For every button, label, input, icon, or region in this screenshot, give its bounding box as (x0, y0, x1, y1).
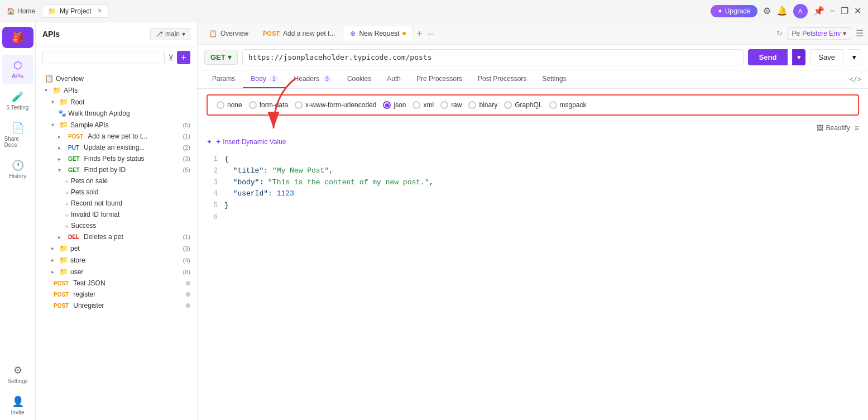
sidebar-item-testing[interactable]: 🧪 5 Testing (2, 86, 33, 115)
radio-form-data[interactable]: form-data (249, 101, 288, 109)
content-area: 📋 Overview POST Add a new pet t... ⊕ New… (198, 22, 868, 420)
store-group-count: (4) (183, 257, 190, 264)
tree-post-add-pet[interactable]: ▸ POST Add a new pet to t... (1) (36, 131, 197, 142)
insert-dynamic-button[interactable]: ✦ ✦ Insert Dynamic Value (198, 135, 868, 149)
tree-overview[interactable]: 📋 Overview (36, 73, 197, 84)
tab-overview[interactable]: 📋 Overview (202, 26, 255, 41)
radio-json-label: json (394, 101, 406, 109)
code-text-2: "title": "My New Post", (224, 165, 859, 177)
code-toggle-button[interactable]: </> (849, 75, 861, 83)
tree-user-group[interactable]: ▸ 📁 user (8) (36, 266, 197, 278)
refresh-icon[interactable]: ↻ (776, 29, 783, 37)
tree-pet-group[interactable]: ▸ 📁 pet (3) (36, 242, 197, 254)
tab-cookies[interactable]: Cookies (339, 70, 379, 88)
tree-get-finds-pets[interactable]: ▸ GET Finds Pets by status (3) (36, 153, 197, 164)
add-tab-icon[interactable]: + (414, 28, 424, 39)
tree-del-pet[interactable]: ▸ DEL Deletes a pet (1) (36, 231, 197, 242)
sidebar-item-share-docs[interactable]: 📄 Share Docs (2, 117, 33, 152)
tab-headers[interactable]: Headers 9 (286, 70, 339, 88)
radio-xml-label: xml (423, 101, 434, 109)
filter-icon[interactable]: ⊻ (168, 53, 174, 62)
radio-raw[interactable]: raw (440, 101, 462, 109)
branch-selector[interactable]: ⎇ main ▾ (150, 28, 190, 40)
beautify-label: Beautify (826, 124, 850, 132)
radio-urlencoded[interactable]: x-www-form-urlencoded (295, 101, 376, 109)
get-byid-badge: GET (66, 166, 82, 174)
radio-json[interactable]: json (383, 101, 406, 109)
tree-get-find-by-id[interactable]: ▾ GET Find pet by ID (5) (36, 164, 197, 175)
tree-pets-on-sale[interactable]: ⬦ Pets on sale (36, 175, 197, 187)
code-editor[interactable]: 1 { 2 "title": "My New Post", 3 "body": … (198, 149, 868, 228)
minimize-icon[interactable]: − (830, 6, 835, 16)
radio-graphql[interactable]: GraphQL (504, 101, 542, 109)
send-button[interactable]: Send (748, 49, 788, 65)
tab-pre-processors[interactable]: Pre Processors (409, 70, 470, 88)
tree-post-register[interactable]: POST register (36, 289, 197, 300)
settings-icon[interactable]: ⚙ (763, 6, 771, 16)
del-chevron-icon: ▸ (58, 234, 64, 240)
tab-settings[interactable]: Settings (534, 70, 574, 88)
branch-label: main (165, 30, 180, 38)
close-tab-icon[interactable]: ✕ (97, 7, 102, 15)
save-dropdown-button[interactable]: ▾ (848, 49, 861, 65)
tree-apis[interactable]: ▾ 📁 APIs (36, 84, 197, 96)
body-badge: 1 (270, 75, 279, 83)
code-line-3: 3 "body": "This is the content of my new… (207, 177, 859, 189)
list-view-icon[interactable]: ≡ (855, 123, 859, 132)
hamburger-icon[interactable]: ☰ (856, 28, 864, 39)
share-docs-icon: 📄 (12, 122, 24, 134)
add-button[interactable]: + (177, 51, 190, 64)
beautify-button[interactable]: 🖼 Beautify (817, 124, 850, 132)
tab-body[interactable]: Body 1 (243, 70, 286, 88)
tree-root[interactable]: ▾ 📁 Root (36, 96, 197, 108)
notifications-icon[interactable]: 🔔 (776, 6, 788, 16)
top-bar: 🏠 Home 📁 My Project ✕ ✦ Upgrade ⚙ 🔔 A 📌 … (0, 0, 868, 22)
tree-post-test-json[interactable]: POST Test JSON (36, 278, 197, 289)
sidebar-item-apis[interactable]: ⬡ APIs (2, 55, 33, 84)
tab-post-pet[interactable]: POST Add a new pet t... (256, 26, 342, 41)
maximize-icon[interactable]: ❐ (841, 6, 848, 16)
radio-circle-none (217, 101, 224, 109)
put-chevron-icon: ▸ (58, 145, 64, 151)
radio-msgpack[interactable]: msgpack (549, 101, 587, 109)
tab-auth[interactable]: Auth (379, 70, 409, 88)
tab-post-processors[interactable]: Post Processors (470, 70, 534, 88)
tree-record-not-found[interactable]: ⬦ Record not found (36, 198, 197, 209)
upgrade-icon: ✦ (717, 7, 723, 15)
tree-pets-sold[interactable]: ⬦ Pets sold (36, 187, 197, 198)
tree-post-unregister[interactable]: POST Unregister (36, 300, 197, 311)
radio-none[interactable]: none (217, 101, 242, 109)
tab-params[interactable]: Params (204, 70, 243, 88)
sidebar-item-history[interactable]: 🕐 History (2, 155, 33, 184)
env-selector[interactable]: Pe Petstore Env ▾ (787, 27, 851, 40)
code-line-1: 1 { (207, 154, 859, 165)
avatar[interactable]: A (793, 4, 808, 18)
tree-invalid-id[interactable]: ⬦ Invalid ID format (36, 209, 197, 220)
url-input[interactable] (242, 49, 744, 65)
more-tabs-icon[interactable]: ··· (425, 29, 437, 38)
method-selector[interactable]: GET ▾ (204, 50, 238, 65)
tree-sample-apis[interactable]: ▾ 📁 Sample APIs (5) (36, 119, 197, 131)
line-num-1: 1 (207, 154, 218, 165)
upgrade-button[interactable]: ✦ Upgrade (711, 5, 757, 17)
tree-walkthrough[interactable]: 🐾 Walk through Apidog (36, 108, 197, 119)
tree-store-group[interactable]: ▸ 📁 store (4) (36, 254, 197, 266)
sidebar-item-invite[interactable]: 👤 Invite (2, 391, 33, 420)
home-link[interactable]: 🏠 Home (7, 7, 35, 15)
beautify-bar: 🖼 Beautify ≡ (198, 121, 868, 135)
sidebar-item-settings[interactable]: ⚙ Settings (2, 360, 33, 389)
pin-icon[interactable]: 📌 (813, 6, 824, 16)
search-input[interactable] (42, 51, 165, 64)
send-dropdown-button[interactable]: ▾ (792, 49, 805, 65)
window-close-icon[interactable]: ✕ (854, 6, 861, 16)
new-request-icon: ⊕ (350, 30, 356, 37)
tab-new-request[interactable]: ⊕ New Request (343, 26, 413, 41)
tree-put-update[interactable]: ▸ PUT Update an existing... (2) (36, 142, 197, 153)
tree-success[interactable]: ⬦ Success (36, 220, 197, 231)
code-text-3: "body": "This is the content of my new p… (224, 177, 859, 189)
radio-xml[interactable]: xml (413, 101, 434, 109)
radio-binary[interactable]: binary (468, 101, 497, 109)
project-tab[interactable]: 📁 My Project ✕ (42, 4, 108, 18)
app-logo[interactable]: 🎒 (2, 27, 33, 48)
save-button[interactable]: Save (810, 49, 843, 65)
